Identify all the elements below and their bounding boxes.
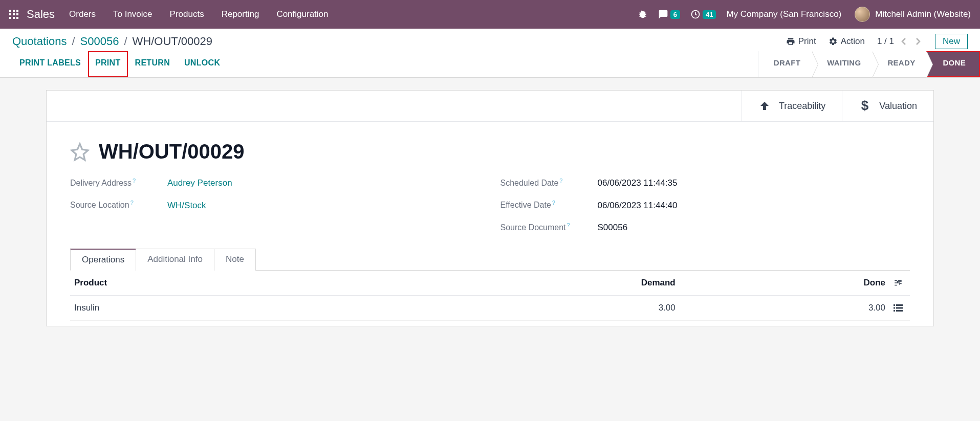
control-panel: Quotations / S00056 / WH/OUT/00029 Print… [0,29,980,51]
tab-note[interactable]: Note [214,249,256,271]
pager-next[interactable] [913,36,923,47]
menu-products[interactable]: Products [170,9,204,19]
user-menu[interactable]: Mitchell Admin (Website) [875,9,971,19]
help-icon[interactable]: ? [133,178,136,184]
topbar: Sales Orders To Invoice Products Reporti… [0,0,980,29]
field-grid: Delivery Address? Audrey Peterson Source… [70,178,910,233]
stage-ready[interactable]: READY [872,51,926,77]
print-menu[interactable]: Print [786,36,816,47]
breadcrumb-current: WH/OUT/00029 [133,35,213,48]
status-stages: DRAFT WAITING READY DONE [758,51,980,77]
svg-rect-7 [13,17,15,19]
return-button[interactable]: RETURN [128,51,177,77]
dollar-icon: $ [859,99,871,113]
operations-table: Product Demand Done Insulin 3.00 3.00 [70,271,910,321]
breadcrumb: Quotations / S00056 / WH/OUT/00029 [12,35,212,48]
label-source-document: Source Document? [500,222,598,232]
svg-text:$: $ [861,99,869,113]
printer-icon [786,37,795,46]
unlock-button[interactable]: UNLOCK [177,51,227,77]
company-switcher[interactable]: My Company (San Francisco) [726,9,841,19]
arrow-up-icon [758,100,771,112]
pager-prev[interactable] [899,36,908,47]
systray: 6 41 My Company (San Francisco) Mitchell… [638,7,971,22]
svg-rect-0 [9,10,11,12]
svg-rect-3 [9,13,11,15]
label-delivery-address: Delivery Address? [70,178,167,188]
doc-title: WH/OUT/00029 [99,140,245,163]
clock-icon[interactable]: 41 [690,9,716,19]
traceability-button[interactable]: Traceability [742,91,842,121]
chat-badge: 6 [670,10,680,19]
table-row[interactable]: Insulin 3.00 3.00 [70,295,910,320]
svg-rect-13 [894,307,895,308]
form-sheet: Traceability $ Valuation WH/OUT/00029 De… [46,90,934,326]
help-icon[interactable]: ? [559,178,562,184]
cell-product: Insulin [70,295,470,320]
col-product[interactable]: Product [70,271,470,296]
value-delivery-address[interactable]: Audrey Peterson [167,178,232,188]
pager-text[interactable]: 1 / 1 [877,36,894,47]
svg-rect-5 [16,13,18,15]
help-icon[interactable]: ? [130,200,134,206]
menu-orders[interactable]: Orders [69,9,96,19]
svg-rect-15 [894,310,895,312]
stage-waiting[interactable]: WAITING [812,51,872,77]
print-button[interactable]: PRINT [88,51,128,77]
help-icon[interactable]: ? [567,222,570,228]
svg-rect-12 [896,304,903,306]
svg-rect-11 [894,304,895,306]
list-icon [894,304,903,312]
value-effective-date: 06/06/2023 11:44:40 [598,201,678,211]
gear-icon [829,37,838,46]
sliders-icon [894,278,903,287]
status-bar: PRINT LABELS PRINT RETURN UNLOCK DRAFT W… [0,51,980,78]
svg-rect-14 [896,307,903,308]
pager: 1 / 1 [877,36,923,47]
svg-rect-6 [9,17,11,19]
col-settings[interactable] [889,271,910,296]
cell-demand: 3.00 [470,295,680,320]
detailed-operations-button[interactable] [894,304,906,312]
valuation-button[interactable]: $ Valuation [842,91,933,121]
label-scheduled-date: Scheduled Date? [500,178,598,188]
menu-configuration[interactable]: Configuration [276,9,328,19]
svg-rect-8 [16,17,18,19]
svg-rect-16 [896,310,903,312]
breadcrumb-item-quotations[interactable]: Quotations [12,35,67,48]
action-menu[interactable]: Action [829,36,865,47]
help-icon[interactable]: ? [552,200,555,206]
tab-operations[interactable]: Operations [70,249,136,271]
tab-additional-info[interactable]: Additional Info [136,249,214,271]
label-effective-date: Effective Date? [500,200,598,210]
stat-buttons: Traceability $ Valuation [47,91,933,122]
debug-icon[interactable] [638,9,648,19]
menu-to-invoice[interactable]: To Invoice [113,9,153,19]
avatar[interactable] [855,7,870,22]
value-source-location[interactable]: WH/Stock [167,201,206,211]
brand[interactable]: Sales [27,8,55,21]
clock-badge: 41 [703,10,716,19]
stage-draft[interactable]: DRAFT [758,51,812,77]
svg-rect-4 [13,13,15,15]
value-source-document: S00056 [598,223,628,233]
col-demand[interactable]: Demand [470,271,680,296]
new-button[interactable]: New [935,34,968,49]
tabs: Operations Additional Info Note [70,248,910,271]
favorite-toggle[interactable] [70,142,90,162]
label-source-location: Source Location? [70,200,167,210]
menu-reporting[interactable]: Reporting [222,9,259,19]
value-scheduled-date: 06/06/2023 11:44:35 [598,178,678,188]
col-done[interactable]: Done [680,271,889,296]
chat-icon[interactable]: 6 [658,9,680,19]
star-icon [70,142,90,162]
svg-rect-1 [13,10,15,12]
breadcrumb-item-order[interactable]: S00056 [80,35,119,48]
cell-done: 3.00 [680,295,889,320]
stage-done[interactable]: DONE [926,51,980,77]
svg-rect-2 [16,10,18,12]
print-labels-button[interactable]: PRINT LABELS [12,51,88,77]
apps-icon[interactable] [9,10,18,19]
